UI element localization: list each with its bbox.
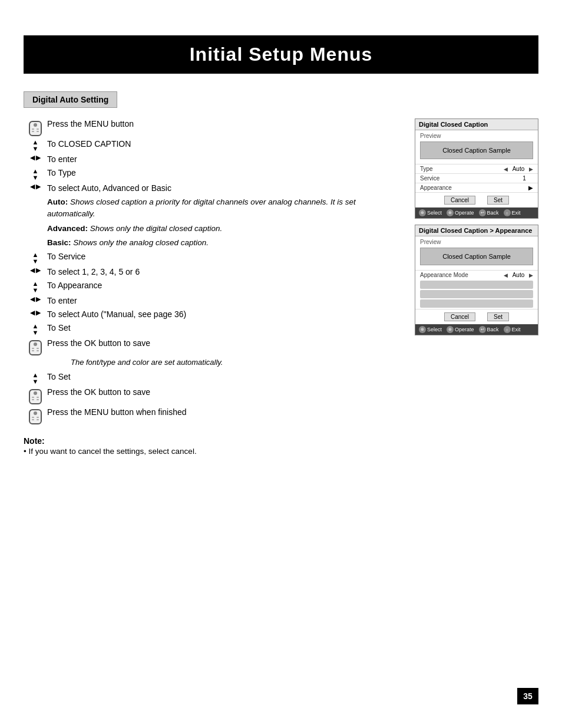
- panel1-set-btn[interactable]: Set: [487, 196, 509, 205]
- instr-appearance: ▲▼ To Appearance: [24, 280, 403, 294]
- panel1-type-label: Type: [420, 166, 504, 172]
- panel1-cancel-btn[interactable]: Cancel: [444, 196, 475, 205]
- panel2-operate-icon: ⊕: [447, 326, 454, 333]
- set-text-1: To Set: [47, 322, 403, 334]
- select-service-text: To select 1, 2, 3, 4, 5 or 6: [47, 266, 403, 278]
- basic-desc-text: Shows only the analog closed caption.: [73, 238, 209, 247]
- svg-rect-16: [32, 399, 34, 400]
- instr-press-menu-done: Press the MENU button when finished: [24, 407, 403, 425]
- panel2-gray-row-3: [420, 299, 533, 308]
- instr-closed-caption: ▲ ▼ To CLOSED CAPTION: [24, 139, 403, 152]
- press-ok-text-1: Press the OK button to save: [47, 338, 403, 350]
- svg-point-13: [34, 391, 37, 395]
- svg-rect-11: [37, 350, 39, 351]
- panel1-footer-select: ⊕ Select: [419, 209, 442, 216]
- panel1-buttons: Cancel Set: [415, 192, 538, 207]
- title-bar: Initial Setup Menus: [24, 35, 538, 74]
- enter-text-2: To enter: [47, 295, 403, 307]
- panel2-select-icon: ⊕: [419, 326, 426, 333]
- appearance-text: To Appearance: [47, 280, 403, 292]
- arrows-leftright-3: ◀▶: [24, 266, 47, 274]
- panel1-title: Digital Closed Caption: [415, 119, 538, 130]
- instr-press-ok-2: Press the OK button to save: [24, 387, 403, 405]
- panel2-appearance-mode-value-group: ◀ Auto ▶: [504, 272, 533, 278]
- panel2-preview-label: Preview: [415, 236, 538, 246]
- panel2-back-icon: ↩: [479, 326, 486, 333]
- svg-rect-15: [37, 397, 39, 398]
- svg-rect-17: [37, 399, 39, 400]
- arrows-updown-1: ▲ ▼: [24, 139, 47, 152]
- panel1-select-icon: ⊕: [419, 209, 426, 216]
- panel1-appearance-row: Appearance ▶: [415, 183, 538, 192]
- page-number: 35: [517, 688, 538, 704]
- panel1-type-value: Auto: [510, 166, 527, 172]
- closed-caption-text: To CLOSED CAPTION: [47, 139, 403, 150]
- instr-enter-1: ◀▶ To enter: [24, 154, 403, 166]
- left-column: Press the MENU button ▲ ▼ To CLOSED CAPT…: [24, 118, 403, 427]
- svg-rect-10: [32, 350, 34, 351]
- panel2-set-btn[interactable]: Set: [487, 312, 509, 321]
- panel1-preview-label: Preview: [415, 130, 538, 140]
- panel1-type-row: Type ◀ Auto ▶: [415, 164, 538, 173]
- panel1-service-row: Service 1: [415, 173, 538, 183]
- panel1-service-label: Service: [420, 175, 515, 182]
- arrows-updown-2: ▲▼: [24, 167, 47, 181]
- right-column: Digital Closed Caption Preview Closed Ca…: [415, 118, 538, 427]
- svg-point-19: [34, 411, 37, 415]
- svg-rect-20: [32, 417, 34, 418]
- type-text: To Type: [47, 167, 403, 179]
- select-auto-text: To select Auto ("Manual, see page 36): [47, 309, 403, 321]
- instr-select-service: ◀▶ To select 1, 2, 3, 4, 5 or 6: [24, 266, 403, 278]
- instr-type: ▲▼ To Type: [24, 167, 403, 181]
- instr-select-type: ◀▶ To select Auto, Advanced or Basic: [24, 183, 403, 195]
- basic-desc: Basic: Shows only the analog closed capt…: [47, 237, 403, 249]
- page-title: Initial Setup Menus: [24, 44, 538, 65]
- panel2-footer-exit: ○ Exit: [504, 326, 521, 333]
- panel2-exit-icon: ○: [504, 326, 511, 333]
- remote-icon-1: [24, 118, 47, 137]
- instr-service: ▲▼ To Service: [24, 251, 403, 265]
- svg-rect-22: [32, 419, 34, 420]
- panel1-service-value: 1: [515, 175, 533, 182]
- arrows-updown-6: ▲▼: [24, 371, 47, 385]
- press-ok-text-2: Press the OK button to save: [47, 387, 403, 398]
- arrows-leftright-4: ◀▶: [24, 295, 47, 302]
- press-menu-done-text: Press the MENU button when finished: [47, 407, 403, 419]
- panel2-appearance-mode-label: Appearance Mode: [420, 272, 504, 278]
- enter-text-1: To enter: [47, 154, 403, 166]
- panel2-footer-operate: ⊕ Operate: [447, 326, 474, 333]
- panel2-footer: ⊕ Select ⊕ Operate ↩ Back ○ Exit: [415, 324, 538, 335]
- panel2-cancel-btn[interactable]: Cancel: [444, 312, 475, 321]
- press-menu-text: Press the MENU button: [47, 118, 403, 130]
- note-label: Note:: [24, 436, 45, 446]
- arrows-leftright-2: ◀▶: [24, 183, 47, 190]
- panel1-back-icon: ↩: [479, 209, 486, 216]
- remote-icon-4: [24, 407, 47, 425]
- instr-select-auto: ◀▶ To select Auto ("Manual, see page 36): [24, 309, 403, 321]
- content-area: Press the MENU button ▲ ▼ To CLOSED CAPT…: [24, 118, 538, 427]
- advanced-desc-text: Shows only the digital closed caption.: [90, 224, 222, 233]
- panel1-sample: Closed Caption Sample: [420, 141, 533, 159]
- arrows-leftright-5: ◀▶: [24, 309, 47, 316]
- panel2-buttons: Cancel Set: [415, 309, 538, 324]
- panel1-footer: ⊕ Select ⊕ Operate ↩ Back ○ Exit: [415, 207, 538, 218]
- arrows-updown-5: ▲▼: [24, 322, 47, 336]
- font-note: The font/type and color are set automati…: [71, 358, 403, 367]
- auto-desc-text: Shows closed caption a priority for digi…: [47, 197, 356, 218]
- auto-desc: Auto: Shows closed caption a priority fo…: [47, 196, 403, 220]
- svg-rect-2: [32, 129, 34, 130]
- arrows-updown-4: ▲▼: [24, 280, 47, 294]
- note-text: • If you want to cancel the settings, se…: [24, 447, 538, 456]
- panel2-footer-back: ↩ Back: [479, 326, 499, 333]
- panel2-sample: Closed Caption Sample: [420, 248, 533, 265]
- panel1-appearance-arrow: ▶: [528, 185, 533, 191]
- svg-rect-21: [37, 417, 39, 418]
- instr-press-ok-1: Press the OK button to save: [24, 338, 403, 356]
- panel-appearance: Digital Closed Caption > Appearance Prev…: [415, 225, 538, 335]
- arrows-updown-3: ▲▼: [24, 251, 47, 265]
- panel2-mode-right-arrow: ▶: [529, 272, 533, 278]
- svg-rect-8: [32, 348, 34, 349]
- svg-point-1: [34, 123, 37, 127]
- panel1-service-value-group: 1: [515, 175, 533, 182]
- service-text: To Service: [47, 251, 403, 263]
